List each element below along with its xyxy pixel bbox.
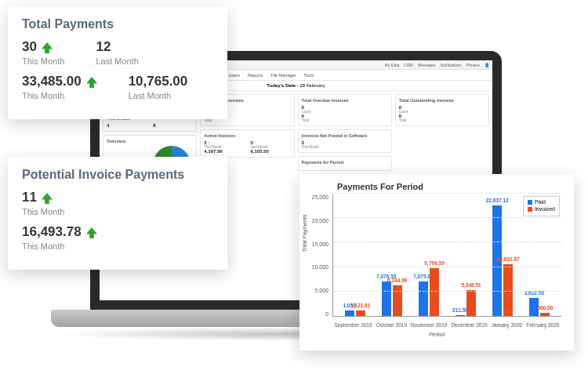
tile-overdue: Total Overdue Invoices 0 Count 0 Total [298,94,392,126]
chart-title: Payments For Period [309,182,564,191]
bar-invoiced: 9,799.39 [430,268,439,316]
metric-label: Last Month [96,56,138,66]
metric-label: This Month [22,241,97,251]
tile-title: Payments for Period [302,160,388,165]
topbar-item[interactable]: Printers [466,63,480,67]
menu-item[interactable]: File Manager [270,73,296,78]
tile-notposted: Invoices Not Posted in Software 3 This M… [298,129,392,153]
bar-paid: 7,075.02 [419,281,428,316]
menu-item[interactable]: Reports [248,73,263,78]
card-total-payments: Total Payments 30 This Month 12 Last Mon… [8,6,227,119]
card-payments-chart: Payments For Period Total Payments 25,00… [299,174,574,350]
y-tick: 25,000 [312,194,328,200]
y-axis: 25,00020,00015,00010,0005,0000 [309,194,331,317]
bar-label: 10,631.67 [497,256,520,262]
card-title: Potential Invoice Payments [22,168,213,182]
tile-active: Active Invoices 2 ↑This Month 5Last Mont… [200,129,294,158]
x-tick: October 2019 [376,322,407,328]
metric-value: 33,485.00 [22,74,97,89]
bar-paid: 211.50 [456,315,465,316]
arrow-up-icon [86,76,97,87]
bar-label: 6,244.99 [387,278,407,283]
bar-group: 1,0591,121.81 [345,310,365,316]
y-tick: 20,000 [312,218,328,223]
bar-label: 22,637.12 [486,198,509,203]
card-potential-invoice-payments: Potential Invoice Payments 11 This Month… [8,157,227,270]
x-tick: December 2019 [451,322,487,328]
date-label: Today's Date - [267,83,298,88]
bar-group: 7,076.536,244.99 [382,281,402,316]
bar-label: 1,121.81 [350,303,370,308]
legend-item: Invoiced [535,206,555,212]
amount: 6,103.50 [250,149,290,154]
x-tick: February 2020 [526,322,559,328]
tile-payments-mini: Payments for Period [298,156,392,171]
amount: 4,197.56 [204,149,244,154]
topbar-item[interactable]: My Data [385,63,400,67]
chart-legend: Paid Invoiced [523,196,560,216]
y-tick: 5,000 [314,288,328,293]
tile-title: Total Outstanding Invoices [399,98,485,103]
count: 4 [107,123,147,128]
bar-invoiced: 1,121.81 [356,310,365,316]
metric-value: 10,765.00 [129,74,188,89]
bar-paid: 1,059 [345,310,354,316]
x-tick: September 2019 [335,322,372,328]
metric-value: 16,493.78 [22,224,97,240]
y-tick: 0 [325,311,328,317]
tile-title: Overview [107,139,193,143]
arrow-up-icon [42,42,53,53]
bar-invoiced: 600.00 [540,313,550,316]
metric-value: 12 [96,39,138,55]
metric-value: 11 [22,190,64,205]
date-value: 28 February [299,83,325,88]
bar-chart: Total Payments 25,00020,00015,00010,0005… [309,194,564,336]
label: Total [302,118,388,122]
tile-title: Invoices Not Posted in Software [302,133,388,138]
bar-group: 3,622.50600.00 [529,298,550,316]
bar-group: 22,637.1210,631.67 [492,205,513,316]
topbar-item[interactable]: CRM [404,63,412,67]
bar-group: 211.505,348.51 [456,290,476,316]
y-tick: 10,000 [312,264,328,270]
tile-outstanding: Total Outstanding Invoices 0 Count 0 Tot… [395,94,489,126]
topbar-item[interactable]: Messages [418,63,436,67]
bar-label: 9,799.39 [424,260,444,266]
x-tick: January 2020 [492,322,522,328]
x-tick: November 2019 [411,322,447,328]
bar-label: 211.50 [452,307,468,313]
menu-item[interactable]: Users [229,73,240,78]
bar-label: 600.00 [537,305,553,310]
topbar-item[interactable]: Notifications [441,63,462,67]
metric-label: This Month [22,207,64,216]
x-axis-label: Period [429,332,445,337]
bar-invoiced: 5,348.51 [466,290,476,316]
arrow-up-icon [42,192,53,203]
metric-label: This Month [22,91,97,100]
legend-item: Paid [535,199,546,205]
label: This Month [302,145,388,149]
y-axis-label: Total Payments [302,215,307,252]
menu-item[interactable]: Tools [303,73,314,78]
bar-group: 7,075.029,799.39 [419,268,439,316]
label: Total [399,118,485,122]
avatar-icon[interactable]: 👤 [485,63,489,67]
bar-paid: 7,076.53 [382,281,391,316]
metric-label: Last Month [129,91,188,100]
arrow-up-icon [86,227,97,238]
bar-label: 5,348.51 [461,282,481,288]
metric-value: 30 [22,39,64,55]
tile-title: Total Overdue Invoices [302,98,388,103]
card-title: Total Payments [22,17,213,31]
metric-label: This Month [22,56,64,66]
y-tick: 15,000 [312,241,328,247]
count: 8 [153,123,193,128]
x-axis: September 2019October 2019November 2019D… [332,322,561,328]
tile-title: Active Invoices [204,133,290,138]
